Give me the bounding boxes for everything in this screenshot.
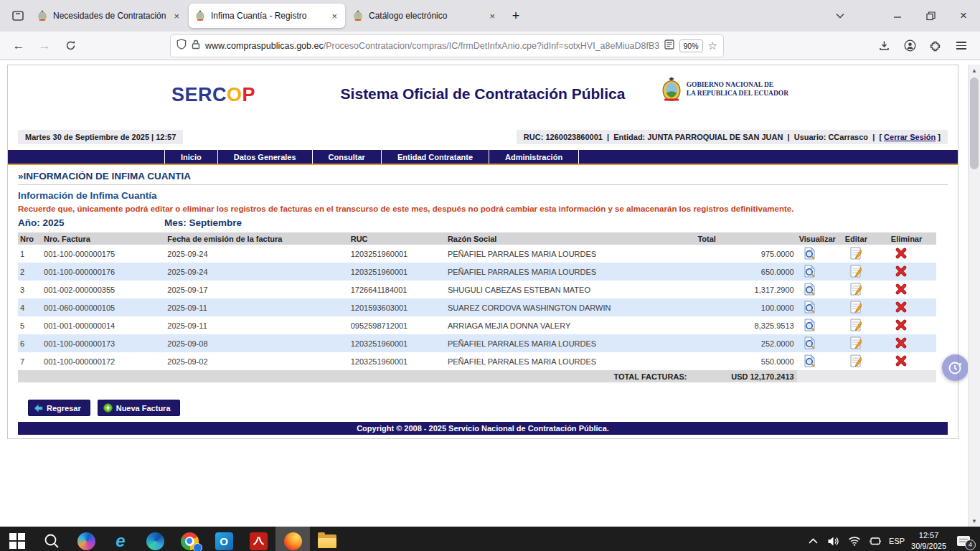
column-header: Nro [18,232,42,245]
tab-title: Necesidades de Contratación y [53,11,166,21]
menu-item-entidad-contratante[interactable]: Entidad Contratante [381,150,489,164]
visualizar-icon[interactable] [804,319,816,333]
notification-center-icon[interactable]: 4 [953,535,974,547]
eliminar-icon[interactable] [895,283,907,296]
nueva-factura-button[interactable]: Nueva Factura [98,400,180,416]
visualizar-icon[interactable] [804,247,816,261]
downloads-icon[interactable] [872,35,895,57]
eliminar-icon[interactable] [895,265,907,278]
visualizar-icon[interactable] [804,336,816,351]
eliminar-icon[interactable] [895,337,907,350]
lock-icon[interactable] [192,39,200,52]
scroll-down-arrow[interactable]: ▼ [969,518,980,524]
reload-button[interactable] [59,35,82,57]
acrobat-icon[interactable] [241,527,275,551]
cell-nro: 2 [18,263,42,281]
account-icon[interactable] [898,35,921,57]
start-button[interactable] [0,527,34,551]
minimize-button[interactable] [881,0,914,32]
tab-close-icon[interactable]: × [487,11,497,22]
cell-razon-social: PEÑAFIEL PARRALES MARIA LOURDES [446,245,696,263]
back-button[interactable]: ← [7,35,30,57]
page-scrollbar[interactable]: ▲ ▼ [968,65,980,527]
tab-favicon-icon [194,10,206,22]
new-tab-button[interactable]: + [505,5,527,27]
connect-display-icon[interactable] [868,536,882,546]
address-bar[interactable]: www.compraspublicas.gob.ec/ProcesoContra… [171,35,723,57]
menu-item-consultar[interactable]: Consultar [312,150,381,164]
menu-item-datos-generales[interactable]: Datos Generales [217,150,312,164]
cell-nro: 5 [18,316,42,334]
firefox-icon[interactable] [275,527,310,551]
tab-title: Infima Cuantía - Registro [211,11,324,21]
invoices-table: NroNro. FacturaFecha de emisión de la fa… [18,232,936,382]
browser-tab[interactable]: Infima Cuantía - Registro× [189,4,345,28]
logout-link[interactable]: Cerrar Sesión [884,133,936,141]
tab-close-icon[interactable]: × [329,11,339,22]
visualizar-icon[interactable] [804,265,816,279]
cell-factura: 001-002-000000355 [42,281,165,298]
edge-icon[interactable] [138,527,172,551]
scrollbar-thumb[interactable] [970,77,979,169]
cell-nro: 3 [18,281,42,298]
menu-hamburger-icon[interactable] [950,35,973,57]
close-window-button[interactable]: × [947,0,980,32]
system-tray: ESP 12:57 30/9/2025 4 [806,527,980,551]
cell-ruc: 1201593603001 [349,298,446,316]
tab-close-icon[interactable]: × [171,11,182,22]
editar-icon[interactable] [849,265,862,279]
editar-icon[interactable] [849,354,862,369]
clock-widget[interactable] [942,354,969,381]
datetime-bar: Martes 30 de Septiembre de 2025 | 12:57 [18,130,183,144]
eliminar-icon[interactable] [895,319,907,332]
visualizar-icon[interactable] [804,301,816,315]
browser-tab[interactable]: Necesidades de Contratación y× [31,4,187,28]
file-explorer-icon[interactable] [310,527,344,551]
zoom-level-badge[interactable]: 90% [679,39,703,52]
firefox-view-icon[interactable] [6,5,30,27]
table-row: 3001-002-0000003552025-09-17172664118400… [18,281,936,298]
eliminar-icon[interactable] [895,355,907,368]
tray-chevron-icon[interactable] [806,538,820,544]
volume-icon[interactable] [826,536,841,547]
internet-explorer-icon[interactable]: e [103,527,138,551]
cell-ruc: 0952598712001 [349,316,446,334]
outlook-icon[interactable]: O [207,527,241,551]
visualizar-icon[interactable] [804,354,816,369]
chrome-icon[interactable] [172,527,207,551]
editar-icon[interactable] [849,336,862,351]
regresar-button[interactable]: Regresar [28,400,90,416]
editar-icon[interactable] [849,283,862,297]
browser-tab[interactable]: Catálogo electrónico× [347,4,503,28]
extensions-icon[interactable] [924,35,947,57]
menu-item-inicio[interactable]: Inicio [164,150,217,164]
forward-button[interactable]: → [33,35,56,57]
reader-mode-icon[interactable] [664,39,674,52]
tracking-shield-icon[interactable] [176,39,187,52]
scroll-up-arrow[interactable]: ▲ [969,65,980,74]
editar-icon[interactable] [849,319,862,333]
site-header: SERCOP Sistema Oficial de Contratación P… [8,65,958,127]
list-tabs-chevron-icon[interactable] [828,5,852,27]
cell-ruc: 1203251960001 [349,263,446,281]
visualizar-icon[interactable] [804,283,816,297]
column-header: Nro. Factura [42,232,165,245]
taskbar-clock[interactable]: 12:57 30/9/2025 [911,530,946,551]
eliminar-icon[interactable] [895,248,907,260]
page-title: Sistema Oficial de Contratación Pública [8,65,958,103]
eliminar-icon[interactable] [895,301,907,314]
copilot-icon[interactable] [69,527,103,551]
editar-icon[interactable] [849,247,862,261]
restore-button[interactable] [914,0,947,32]
cell-total: 1,317.2900 [695,281,796,298]
table-row: 1001-100-0000001752025-09-24120325196000… [18,245,936,263]
menu-item-administracion[interactable]: Administración [489,150,579,164]
copyright-footer: Copyright © 2008 - 2025 Servicio Naciona… [18,422,948,435]
action-buttons: Regresar Nueva Factura [28,400,948,416]
editar-icon[interactable] [849,301,862,315]
bookmark-star-icon[interactable]: ☆ [708,39,717,52]
government-brand: GOBIERNO NACIONAL DELA REPUBLICA DEL ECU… [661,75,788,104]
wifi-icon[interactable] [847,536,862,546]
search-icon[interactable] [34,527,69,551]
language-indicator[interactable]: ESP [889,537,905,545]
